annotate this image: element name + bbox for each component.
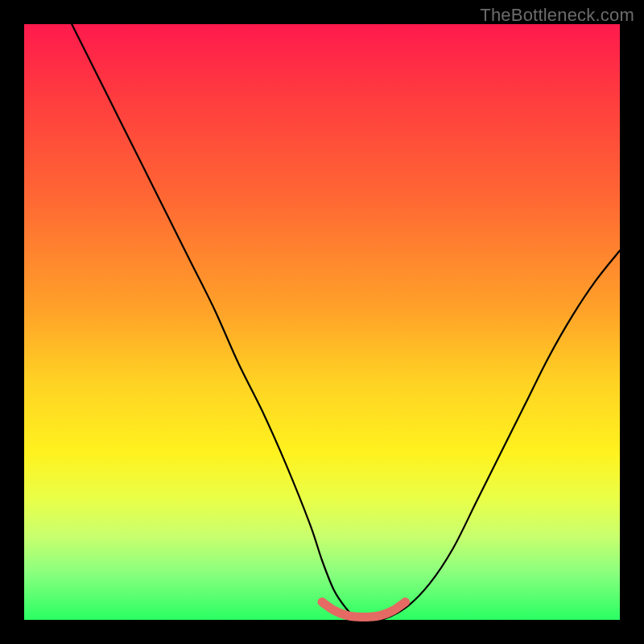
bottleneck-curve [72, 24, 620, 621]
sweet-spot-marker [322, 602, 406, 617]
watermark-text: TheBottleneck.com [480, 5, 634, 26]
plot-area [24, 24, 620, 620]
chart-frame: TheBottleneck.com [0, 0, 644, 644]
curve-layer [24, 24, 620, 620]
